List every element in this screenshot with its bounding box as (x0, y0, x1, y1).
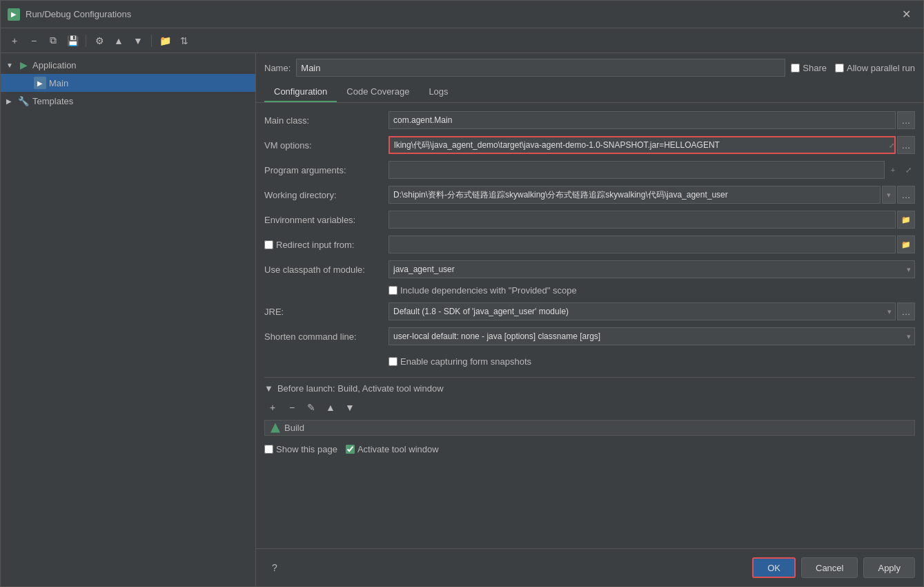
toolbar-sep-1 (86, 35, 86, 47)
arrow-application: ▼ (6, 61, 17, 69)
allow-parallel-label: Allow parallel run (847, 63, 915, 73)
vm-expand-button[interactable]: ⤢ (889, 142, 894, 149)
activate-tool-label: Activate tool window (357, 444, 439, 454)
redirect-input-browse-button[interactable]: 📁 (897, 235, 915, 253)
save-config-button[interactable]: 💾 (64, 32, 81, 49)
shorten-command-select[interactable]: user-local default: none - java [options… (389, 327, 915, 345)
include-dependencies-row: Include dependencies with "Provided" sco… (389, 285, 915, 296)
main-run-icon: ▶ (34, 77, 46, 89)
application-icon: ▶ (17, 59, 30, 71)
activate-tool-checkbox-label[interactable]: Activate tool window (346, 444, 439, 454)
enable-capturing-text: Enable capturing form snapshots (400, 356, 531, 367)
cancel-button[interactable]: Cancel (801, 557, 858, 578)
main-class-input[interactable] (389, 111, 896, 129)
before-launch-add-button[interactable]: + (264, 399, 281, 416)
program-arguments-input[interactable] (389, 161, 885, 179)
main-class-row: Main class: … (264, 111, 915, 129)
include-deps-checkbox[interactable] (389, 286, 397, 295)
shorten-command-select-group: user-local default: none - java [options… (389, 327, 915, 345)
remove-config-button[interactable]: − (26, 32, 42, 49)
build-icon (271, 423, 280, 433)
environment-variables-input[interactable] (389, 211, 896, 229)
share-label: Share (803, 63, 827, 73)
shorten-command-row: Shorten command line: user-local default… (264, 327, 915, 345)
tab-logs[interactable]: Logs (419, 82, 458, 102)
tabs: Configuration Code Coverage Logs (256, 82, 923, 103)
before-launch-remove-button[interactable]: − (284, 399, 300, 416)
include-deps-text: Include dependencies with "Provided" sco… (400, 285, 577, 296)
settings-button[interactable]: ⚙ (91, 32, 108, 49)
up-button[interactable]: ▲ (110, 32, 127, 49)
tab-code-coverage[interactable]: Code Coverage (337, 82, 419, 102)
tree-item-application[interactable]: ▼ ▶ Application (1, 56, 255, 74)
title-bar: ▶ Run/Debug Configurations ✕ (1, 1, 923, 28)
jre-select-group: Default (1.8 - SDK of 'java_agent_user' … (389, 302, 915, 320)
down-button[interactable]: ▼ (130, 32, 146, 49)
env-vars-browse-button[interactable]: 📁 (897, 211, 915, 229)
working-directory-label: Working directory: (264, 190, 389, 200)
environment-variables-label: Environment variables: (264, 215, 389, 225)
redirect-input-row: Redirect input from: 📁 (264, 235, 915, 253)
vm-options-row: VM options: ⤢ … (264, 136, 915, 154)
share-checkbox-label[interactable]: Share (791, 63, 827, 73)
before-launch-build-item: Build (264, 420, 915, 436)
footer-row: Show this page Activate tool window (264, 439, 915, 454)
tree-item-main[interactable]: ▶ Main (1, 74, 255, 92)
working-dir-dropdown-button[interactable]: ▾ (882, 186, 896, 204)
form-area: Main class: … VM options: ⤢ … (256, 103, 923, 548)
jre-select-wrapper: Default (1.8 - SDK of 'java_agent_user' … (389, 302, 896, 320)
add-config-button[interactable]: + (6, 32, 23, 49)
close-button[interactable]: ✕ (896, 5, 916, 23)
environment-variables-row: Environment variables: 📁 (264, 211, 915, 229)
redirect-input-checkbox[interactable] (264, 240, 273, 249)
show-page-label: Show this page (276, 444, 337, 454)
use-classpath-select[interactable]: java_agent_user (389, 260, 915, 278)
bottom-buttons: ? OK Cancel Apply (256, 548, 923, 586)
copy-config-button[interactable]: ⧉ (45, 32, 61, 49)
tree-item-templates-label: Templates (32, 96, 73, 106)
name-input[interactable] (296, 59, 785, 77)
vm-options-input[interactable] (389, 136, 896, 154)
before-launch-down-button[interactable]: ▼ (342, 399, 358, 416)
redirect-input-input-group: 📁 (389, 235, 915, 253)
enable-capturing-checkbox[interactable] (389, 357, 397, 366)
tab-configuration[interactable]: Configuration (264, 82, 337, 102)
folder-button[interactable]: 📁 (157, 32, 173, 49)
shorten-command-select-wrapper: user-local default: none - java [options… (389, 327, 915, 345)
apply-button[interactable]: Apply (863, 557, 915, 578)
tree-item-application-label: Application (32, 60, 77, 70)
ok-button[interactable]: OK (752, 557, 796, 578)
name-row: Name: Share Allow parallel run (256, 53, 923, 82)
working-dir-browse-button[interactable]: … (897, 186, 915, 204)
before-launch-arrow[interactable]: ▼ (264, 383, 273, 394)
allow-parallel-checkbox-label[interactable]: Allow parallel run (835, 63, 915, 73)
before-launch-up-button[interactable]: ▲ (322, 399, 339, 416)
dialog-title: Run/Debug Configurations (26, 9, 896, 19)
content-area: ▼ ▶ Application ▶ Main ▶ 🔧 Templates (1, 53, 923, 586)
main-class-label: Main class: (264, 115, 389, 126)
enable-capturing-label[interactable]: Enable capturing form snapshots (389, 356, 531, 367)
show-page-checkbox-label[interactable]: Show this page (264, 444, 337, 454)
working-directory-input[interactable] (389, 186, 881, 204)
before-launch-section: ▼ Before launch: Build, Activate tool wi… (264, 377, 915, 436)
main-class-browse-button[interactable]: … (897, 111, 915, 129)
use-classpath-select-group: java_agent_user (389, 260, 915, 278)
program-args-expand-button[interactable]: ⤢ (901, 161, 915, 179)
share-checkbox[interactable] (791, 64, 800, 73)
show-page-checkbox[interactable] (264, 445, 273, 454)
include-deps-label[interactable]: Include dependencies with "Provided" sco… (389, 285, 915, 296)
help-button[interactable]: ? (264, 557, 285, 578)
tree-item-templates[interactable]: ▶ 🔧 Templates (1, 92, 255, 110)
redirect-input-input[interactable] (389, 235, 896, 253)
allow-parallel-checkbox[interactable] (835, 64, 844, 73)
vm-options-browse-button[interactable]: … (897, 136, 915, 154)
activate-tool-checkbox[interactable] (346, 445, 355, 454)
templates-icon: 🔧 (17, 95, 30, 107)
sort-button[interactable]: ⇅ (176, 32, 193, 49)
before-launch-edit-button[interactable]: ✎ (303, 399, 320, 416)
jre-select[interactable]: Default (1.8 - SDK of 'java_agent_user' … (389, 302, 896, 320)
jre-browse-button[interactable]: … (897, 302, 915, 320)
arrow-templates: ▶ (6, 97, 17, 105)
env-vars-input-group: 📁 (389, 211, 915, 229)
program-args-add-button[interactable]: + (886, 161, 900, 179)
